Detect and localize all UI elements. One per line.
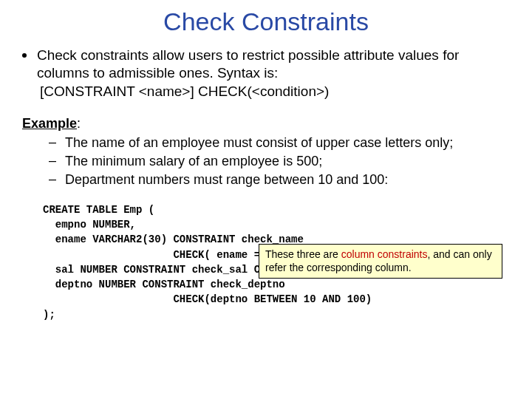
callout-highlight: column constraints xyxy=(341,248,428,260)
example-list: – The name of an employee must consist o… xyxy=(49,134,510,189)
slide-title: Check Constraints xyxy=(22,7,510,36)
dash-icon: – xyxy=(49,134,56,150)
callout-pre: These three are xyxy=(265,248,341,260)
example-heading: Example: xyxy=(22,116,510,132)
list-item: – The name of an employee must consist o… xyxy=(49,134,510,151)
list-item: – Department numbers must range between … xyxy=(49,171,510,188)
example-item-text: The name of an employee must consist of … xyxy=(65,134,453,151)
dash-icon: – xyxy=(49,171,56,187)
main-bullet-text: Check constraints allow users to restric… xyxy=(37,47,510,82)
bullet-icon xyxy=(22,53,27,58)
list-item: – The minimum salary of an employee is 5… xyxy=(49,153,510,170)
callout-note: These three are column constraints, and … xyxy=(259,244,502,279)
example-item-text: The minimum salary of an employee is 500… xyxy=(65,153,322,170)
example-label: Example xyxy=(22,116,77,131)
syntax-line: [CONSTRAINT <name>] CHECK(<condition>) xyxy=(40,83,510,100)
example-item-text: Department numbers must range between 10… xyxy=(65,171,388,188)
main-bullet: Check constraints allow users to restric… xyxy=(22,47,510,82)
example-colon: : xyxy=(77,116,81,131)
dash-icon: – xyxy=(49,153,56,168)
